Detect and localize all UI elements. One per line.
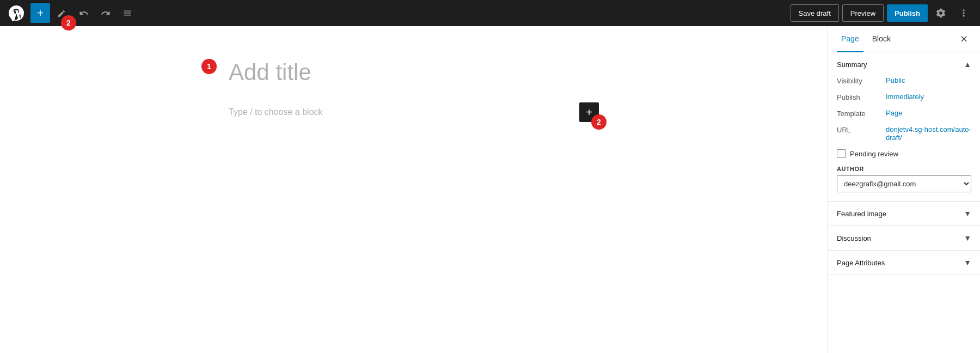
- add-block-button[interactable]: +: [30, 3, 50, 23]
- toolbar-left: + 2: [7, 3, 788, 23]
- pending-review-row: Pending review: [837, 149, 971, 158]
- block-placeholder[interactable]: Type / to choose a block: [229, 107, 323, 117]
- url-label: URL: [837, 125, 886, 134]
- pending-review-label: Pending review: [850, 150, 898, 158]
- badge-1-indicator: 1: [201, 59, 217, 74]
- publish-button[interactable]: Publish: [887, 4, 928, 22]
- summary-section-header[interactable]: Summary ▲: [828, 52, 980, 76]
- url-row: URL donjetv4.sg-host.com/auto-draft/: [837, 125, 971, 142]
- featured-image-chevron-icon: ▼: [964, 209, 971, 218]
- undo-button[interactable]: [74, 3, 94, 23]
- tab-block[interactable]: Block: [868, 26, 895, 52]
- summary-section-body: Visibility Public Publish Immediately Te…: [828, 76, 980, 201]
- editor-content: 1 Add title Type / to choose a block + 2: [185, 26, 642, 155]
- preview-button[interactable]: Preview: [842, 4, 884, 22]
- visibility-value[interactable]: Public: [886, 76, 905, 84]
- document-overview-button[interactable]: [118, 3, 137, 23]
- visibility-row: Visibility Public: [837, 76, 971, 85]
- main-area: 1 Add title Type / to choose a block + 2…: [0, 26, 980, 353]
- author-section: AUTHOR deezgrafix@gmail.com: [837, 166, 971, 192]
- author-label: AUTHOR: [837, 166, 971, 172]
- tab-page[interactable]: Page: [837, 26, 863, 52]
- badge-2-indicator: 2: [61, 15, 76, 31]
- title-section: 1 Add title: [229, 59, 599, 86]
- discussion-header[interactable]: Discussion ▼: [828, 226, 980, 250]
- badge-2-block-indicator: 2: [591, 114, 607, 130]
- author-select[interactable]: deezgrafix@gmail.com: [837, 175, 971, 192]
- discussion-chevron-icon: ▼: [964, 234, 971, 242]
- template-label: Template: [837, 109, 886, 118]
- redo-button[interactable]: [96, 3, 115, 23]
- block-area: Type / to choose a block + 2: [229, 102, 599, 122]
- settings-button[interactable]: [931, 3, 951, 23]
- block-add-container: + 2: [579, 102, 599, 122]
- template-value[interactable]: Page: [886, 109, 902, 117]
- summary-section: Summary ▲ Visibility Public Publish Imme…: [828, 52, 980, 202]
- page-attributes-section: Page Attributes ▼: [828, 251, 980, 275]
- toolbar-right: Save draft Preview Publish: [791, 3, 973, 23]
- title-input[interactable]: Add title: [229, 59, 599, 86]
- editor-area[interactable]: 1 Add title Type / to choose a block + 2: [0, 26, 828, 353]
- publish-label: Publish: [837, 93, 886, 101]
- publish-value[interactable]: Immediately: [886, 93, 924, 101]
- page-attributes-chevron-icon: ▼: [964, 258, 971, 267]
- featured-image-title: Featured image: [837, 210, 886, 218]
- main-toolbar: + 2 Save draft Pre: [0, 0, 980, 26]
- template-row: Template Page: [837, 109, 971, 118]
- sidebar: Page Block ✕ Summary ▲ Visibility Public…: [828, 26, 980, 353]
- wp-logo[interactable]: [7, 3, 26, 23]
- summary-chevron-icon: ▲: [964, 60, 971, 69]
- page-attributes-header[interactable]: Page Attributes ▼: [828, 251, 980, 275]
- featured-image-section: Featured image ▼: [828, 202, 980, 226]
- summary-title: Summary: [837, 60, 867, 69]
- sidebar-tabs: Page Block ✕: [828, 26, 980, 52]
- discussion-title: Discussion: [837, 234, 871, 242]
- save-draft-button[interactable]: Save draft: [791, 4, 839, 22]
- visibility-label: Visibility: [837, 76, 886, 85]
- featured-image-header[interactable]: Featured image ▼: [828, 202, 980, 226]
- sidebar-close-button[interactable]: ✕: [956, 32, 971, 47]
- url-value[interactable]: donjetv4.sg-host.com/auto-draft/: [886, 125, 971, 142]
- page-attributes-title: Page Attributes: [837, 259, 885, 267]
- add-btn-container: + 2: [30, 3, 50, 23]
- pending-review-checkbox[interactable]: [837, 149, 846, 158]
- discussion-section: Discussion ▼: [828, 226, 980, 251]
- publish-row: Publish Immediately: [837, 93, 971, 101]
- more-options-button[interactable]: [954, 3, 973, 23]
